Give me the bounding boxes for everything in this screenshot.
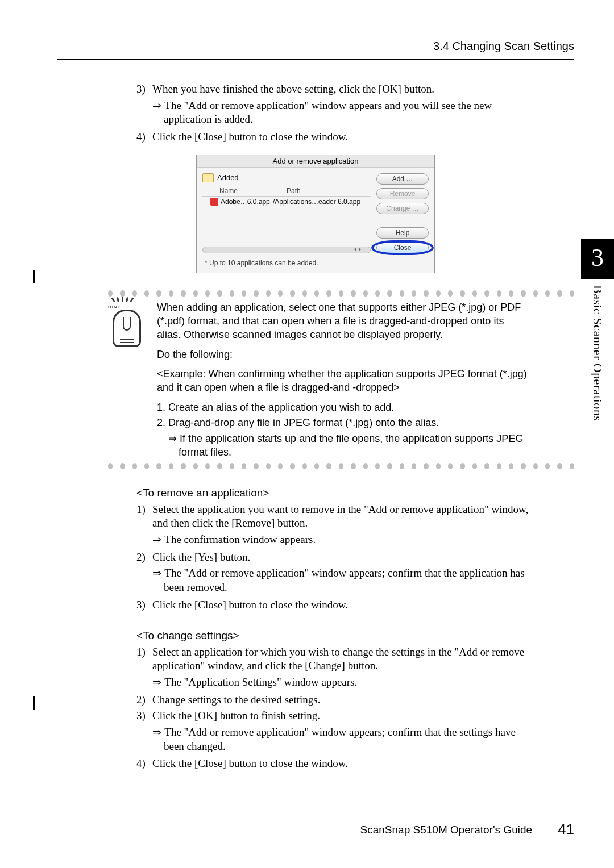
step-result: ⇒ The confirmation window appears. <box>152 533 529 547</box>
step-text: Click the [OK] button to finish setting. <box>152 709 529 723</box>
step-result: ⇒ The "Add or remove application" window… <box>152 566 529 594</box>
pdf-icon <box>210 198 218 206</box>
change-button[interactable]: Change … <box>376 203 429 214</box>
step-text: Click the [Close] button to close the wi… <box>152 130 529 144</box>
step-result-text: The confirmation window appears. <box>164 533 316 545</box>
step-number: 2) <box>136 550 152 565</box>
step-text: Change settings to the desired settings. <box>152 693 529 707</box>
hint-result: ⇒ If the application starts up and the f… <box>168 432 529 460</box>
hint-label: HINT <box>108 304 121 310</box>
revision-bar <box>33 696 35 710</box>
group-label: Added <box>217 173 239 182</box>
step-text: When you have finished the above setting… <box>152 82 529 97</box>
step-result: ⇒ The "Application Settings" window appe… <box>152 675 529 690</box>
step-text: Select an application for which you wish… <box>152 645 529 673</box>
hint-list-item: Drag-and-drop any file in JPEG format (*… <box>168 416 529 429</box>
step-number: 1) <box>136 503 152 531</box>
step-number: 4) <box>136 130 152 144</box>
col-header-path: Path <box>284 186 371 196</box>
section-header: 3.4 Changing Scan Settings <box>57 40 574 60</box>
step-number: 3) <box>136 82 152 97</box>
hint-result-text: If the application starts up and the fil… <box>179 433 523 458</box>
scrollbar[interactable] <box>202 247 371 253</box>
step-result-text: The "Add or remove application" window a… <box>164 567 525 593</box>
add-button[interactable]: Add … <box>376 173 429 185</box>
dialog-screenshot: Add or remove application Added Name Pat… <box>196 155 435 273</box>
hint-paragraph: <Example: When confirming whether the ap… <box>157 367 529 395</box>
step-result-text: The "Add or remove application" window a… <box>164 726 516 752</box>
step-text: Click the [Yes] button. <box>152 550 529 565</box>
close-button[interactable]: Close <box>376 242 429 253</box>
page-footer: ScanSnap S510M Operator's Guide 41 <box>360 821 574 838</box>
revision-bar <box>33 270 35 283</box>
chapter-number: 3 <box>581 239 614 279</box>
step-number: 2) <box>136 693 152 707</box>
step-number: 4) <box>136 757 152 771</box>
table-row[interactable]: Adobe…6.0.app /Applications…eader 6.0.ap… <box>202 197 371 207</box>
hint-list-item: Create an alias of the application you w… <box>168 400 529 414</box>
subheading-remove: <To remove an application> <box>136 487 574 499</box>
lightbulb-icon <box>113 310 141 347</box>
step-number: 3) <box>136 598 152 612</box>
step-number: 3) <box>136 709 152 723</box>
page-number: 41 <box>558 821 574 838</box>
dot-rule <box>108 463 574 470</box>
step-text: Click the [Close] button to close the wi… <box>152 757 529 771</box>
dialog-title: Add or remove application <box>197 155 434 168</box>
step-result-text: The "Application Settings" window appear… <box>164 676 357 688</box>
help-button[interactable]: Help <box>376 227 429 239</box>
lightbulb-rays <box>114 297 131 302</box>
chapter-title: Basic Scanner Operations <box>581 279 605 478</box>
hint-paragraph: When adding an application, select one t… <box>157 301 529 342</box>
dialog-footnote: * Up to 10 applications can be added. <box>197 257 434 273</box>
hint-paragraph: Do the following: <box>157 348 529 361</box>
step-result: ⇒ The "Add or remove application" window… <box>152 725 529 753</box>
step-result-text: The "Add or remove application" window a… <box>164 99 492 126</box>
step-text: Click the [Close] button to close the wi… <box>152 598 529 612</box>
step-result: ⇒ The "Add or remove application" window… <box>152 99 529 127</box>
guide-title: ScanSnap S510M Operator's Guide <box>360 824 533 836</box>
remove-button[interactable]: Remove <box>376 188 429 199</box>
footer-separator <box>545 823 545 837</box>
chapter-tab: 3 Basic Scanner Operations <box>581 239 614 478</box>
col-header-name: Name <box>202 186 284 196</box>
dot-rule <box>108 290 574 297</box>
folder-icon <box>202 173 214 182</box>
step-number: 1) <box>136 645 152 673</box>
step-text: Select the application you want to remov… <box>152 503 529 531</box>
cell-name: Adobe…6.0.app <box>221 198 273 206</box>
subheading-change: <To change settings> <box>136 629 574 642</box>
cell-path: /Applications…eader 6.0.app <box>273 198 371 206</box>
